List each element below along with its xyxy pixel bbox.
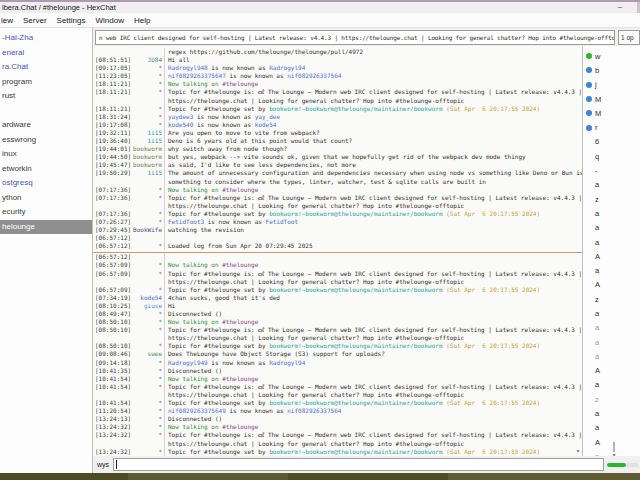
chat-view[interactable]: regex https://github.com/thelounge/thelo…	[93, 46, 583, 456]
nick: *	[131, 367, 164, 375]
userlist-scrollbar-thumb[interactable]	[613, 442, 615, 452]
channel-tree-item[interactable]: ecurity	[0, 205, 92, 220]
timestamp: [08:10:25]	[93, 302, 131, 310]
menu-item-iew[interactable]: iew	[0, 16, 18, 25]
user-nick-fragment: z	[595, 295, 599, 304]
nick-label[interactable]: wys	[95, 461, 113, 468]
nick: *	[131, 194, 164, 202]
voice-dot-icon	[586, 67, 592, 73]
user-list-item[interactable]: A	[583, 364, 640, 378]
user-list-item[interactable]: a	[583, 206, 640, 220]
channel-tree-item[interactable]: helounge	[0, 220, 92, 235]
nick: *	[131, 72, 164, 80]
user-list-item[interactable]: a	[583, 178, 640, 192]
user-list-item[interactable]: a	[583, 421, 640, 435]
user-list-item[interactable]: w	[583, 49, 640, 63]
message: Now talking on #thelounge	[164, 186, 582, 194]
channel-topic-input[interactable]: n web IRC client designed for self-hosti…	[95, 30, 615, 45]
chat-scrollbar[interactable]: ▾	[575, 448, 581, 454]
timestamp: [07:34:19]	[93, 294, 131, 302]
timestamp	[93, 178, 131, 186]
nick: *	[131, 310, 164, 318]
timestamp: [06:57:12]	[93, 242, 131, 250]
channel-tree-item[interactable]: -Hal-Zha	[0, 31, 92, 46]
user-nick-fragment: A	[595, 438, 600, 447]
user-list-item[interactable]: a	[583, 378, 640, 392]
user-list-item[interactable]: a	[583, 349, 640, 363]
user-list-item[interactable]: A	[583, 278, 640, 292]
user-list-item[interactable]: 6	[583, 135, 640, 149]
user-list-item[interactable]: r	[583, 120, 640, 134]
message: Topic for #thelounge set by bookworm!~bo…	[164, 399, 582, 407]
user-list-item[interactable]: M	[583, 106, 640, 120]
user-list-item[interactable]: a	[583, 235, 640, 249]
user-list-item[interactable]: -	[583, 163, 640, 177]
menu-item-server[interactable]: Server	[18, 16, 52, 25]
channel-tree-item[interactable]: eneral	[0, 46, 92, 61]
chat-line: [06:57:12]*Loaded log from Sun Apr 20 07…	[93, 242, 582, 250]
chat-line: [11:23:05]*nif0829263375647 is now known…	[93, 72, 582, 80]
chat-line: [19:50:29]1i15The amount of unnecessary …	[93, 169, 582, 177]
timestamp: [06:57:12]	[93, 234, 131, 242]
user-list-item[interactable]: q	[583, 149, 640, 163]
channel-tree-item[interactable]: esswrong	[0, 133, 92, 148]
user-list-item[interactable]: z	[583, 192, 640, 206]
nick: bookworm	[131, 153, 164, 161]
channel-tree-item[interactable]: ostgresq	[0, 176, 92, 191]
channel-tree-item[interactable]: ra.Chat	[0, 60, 92, 75]
nick: *	[131, 88, 164, 96]
message: Now talking on #thelounge	[164, 423, 582, 431]
user-list-item[interactable]: A	[583, 249, 640, 263]
message	[164, 253, 582, 261]
timestamp: [10:41:54]	[93, 383, 131, 391]
main-area: -Hal-Zhaeneralra.Chatprogramrust.ardware…	[0, 28, 640, 473]
userlist-scrollbar[interactable]: ▾	[612, 442, 616, 456]
nick	[131, 97, 164, 105]
user-list-item[interactable]: a	[583, 306, 640, 320]
message-input[interactable]	[113, 458, 604, 471]
lag-meter-track	[626, 463, 638, 467]
menu-item-settings[interactable]: Settings	[52, 16, 91, 25]
channel-tree-item[interactable]: etworkin	[0, 162, 92, 177]
nick	[131, 278, 164, 286]
user-nick-fragment: a	[595, 209, 599, 218]
timestamp: [19:44:50]	[93, 153, 131, 161]
channel-tree-item[interactable]: ardware	[0, 118, 92, 133]
minimize-button[interactable]: –	[614, 2, 626, 13]
timestamp: [18:11:21]	[93, 88, 131, 96]
user-list-item[interactable]: a	[583, 221, 640, 235]
user-nick-fragment: a	[595, 380, 599, 389]
user-list-item[interactable]: j	[583, 78, 640, 92]
channel-tree-item[interactable]: ython	[0, 191, 92, 206]
user-list-item[interactable]: z	[583, 292, 640, 306]
timestamp: [08:50:10]	[93, 318, 131, 326]
chevron-down-icon[interactable]: ▾	[612, 452, 616, 456]
message: Now talking on #thelounge	[164, 261, 582, 269]
window-titlebar[interactable]: ibera.Chat / #thelounge - HexChat –	[0, 2, 640, 13]
timestamp	[93, 440, 131, 448]
user-list-item[interactable]: M	[583, 92, 640, 106]
menu-item-help[interactable]: Help	[129, 16, 155, 25]
channel-tree-item[interactable]: rust	[0, 89, 92, 104]
user-list-item[interactable]: z	[583, 392, 640, 406]
user-list-item[interactable]: a	[583, 406, 640, 420]
timestamp: [10:41:54]	[93, 375, 131, 383]
timestamp: [18:11:21]	[93, 80, 131, 88]
user-nick-fragment: a	[595, 423, 599, 432]
user-nick-fragment: A	[595, 280, 600, 289]
channel-tree-item[interactable]: program	[0, 75, 92, 90]
message: Deno is 6 years old at this point would …	[164, 137, 582, 145]
user-list-item[interactable]: a	[583, 335, 640, 349]
channel-tree-item[interactable]: inux	[0, 147, 92, 162]
user-nick-fragment: a	[595, 309, 599, 318]
text-caret	[116, 460, 117, 469]
menu-item-window[interactable]: Window	[90, 16, 128, 25]
timestamp: [07:17:36]	[93, 210, 131, 218]
user-list-item[interactable]: a	[583, 321, 640, 335]
message: something to consider where the types, l…	[164, 178, 582, 186]
user-list-item[interactable]: b	[583, 63, 640, 77]
message: Topic for #thelounge is: 🛋 The Lounge — …	[164, 270, 582, 278]
chat-line: [07:17:36]*Topic for #thelounge set by b…	[93, 210, 582, 218]
user-list-item[interactable]: a	[583, 263, 640, 277]
message: https://thelounge.chat | Looking for gen…	[164, 440, 582, 448]
